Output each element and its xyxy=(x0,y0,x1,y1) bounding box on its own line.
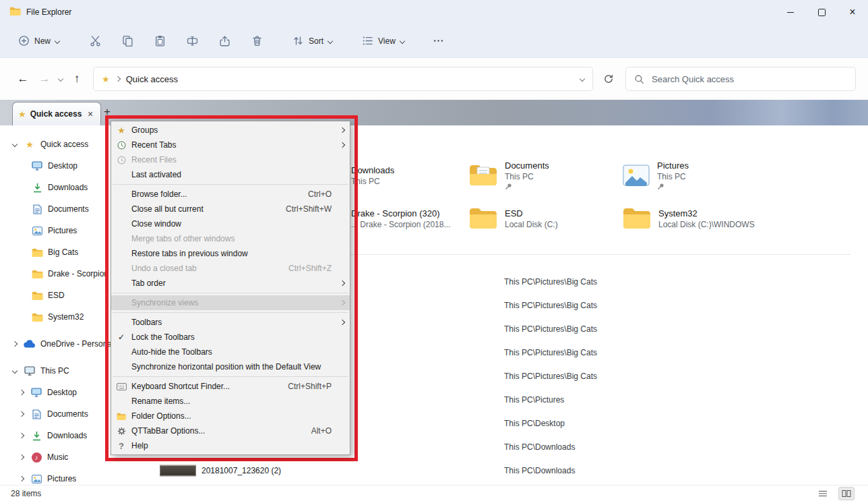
recent-locations-button[interactable] xyxy=(55,67,66,91)
menu-item-rename-items[interactable]: Rename items... xyxy=(111,394,350,409)
view-button[interactable]: View xyxy=(356,30,410,51)
folder-icon xyxy=(31,270,43,278)
tile-pictures[interactable]: Pictures This PC xyxy=(623,155,771,196)
back-button[interactable]: ← xyxy=(12,67,34,91)
submenu-arrow-icon xyxy=(340,127,345,133)
sort-button-label: Sort xyxy=(309,36,323,46)
menu-item-toolbars[interactable]: Toolbars xyxy=(111,315,350,330)
expand-chevron-icon[interactable] xyxy=(12,368,18,374)
menu-item-recent-tabs[interactable]: Recent Tabs xyxy=(111,138,350,152)
breadcrumb-location[interactable]: Quick access xyxy=(126,74,178,84)
delete-button[interactable] xyxy=(243,30,270,53)
menu-item-last-activated[interactable]: Last activated xyxy=(111,167,350,182)
status-bar: 28 items xyxy=(0,485,868,501)
menu-item-close-all-but-current[interactable]: Close all but current Ctrl+Shift+W xyxy=(111,202,350,216)
tile-esd[interactable]: ESD Local Disk (C:) xyxy=(469,198,617,239)
menu-item-autohide-toolbars[interactable]: Auto-hide the Toolbars xyxy=(111,345,350,359)
menu-item-merge-tabs: Merge tabs of other windows xyxy=(111,231,350,246)
checkmark-icon: ✓ xyxy=(118,332,125,342)
close-button[interactable]: × xyxy=(837,0,868,24)
copy-button[interactable] xyxy=(114,30,141,53)
refresh-button[interactable] xyxy=(597,67,620,91)
desktop-icon xyxy=(31,161,43,171)
collapse-chevron-icon[interactable] xyxy=(19,454,24,460)
search-box xyxy=(625,67,856,91)
close-icon: × xyxy=(849,7,855,18)
window-controls: × xyxy=(775,0,868,24)
collapse-chevron-icon[interactable] xyxy=(19,390,24,395)
sidebar-item-thispc-pictures[interactable]: Pictures xyxy=(0,468,128,485)
tile-system32[interactable]: System32 Local Disk (C:)\WINDOWS xyxy=(623,198,771,239)
menu-item-browse-folder[interactable]: Browse folder... Ctrl+O xyxy=(111,187,350,202)
address-row: ← → ↑ ★ Quick access xyxy=(0,58,868,100)
document-icon xyxy=(31,204,43,214)
collapse-chevron-icon[interactable] xyxy=(19,433,24,438)
tab-close-icon[interactable]: × xyxy=(86,109,95,119)
new-button[interactable]: New xyxy=(12,30,65,51)
item-count: 28 items xyxy=(11,489,41,498)
chevron-down-icon xyxy=(55,38,60,43)
history-clock-icon xyxy=(117,141,126,150)
collapse-chevron-icon[interactable] xyxy=(19,411,24,417)
collapse-chevron-icon[interactable] xyxy=(19,476,24,481)
file-explorer-window: File Explorer × New xyxy=(0,0,868,501)
menu-separator xyxy=(113,184,348,185)
search-icon xyxy=(634,74,644,84)
sort-button[interactable]: Sort xyxy=(286,30,338,51)
menu-item-sync-horizontal[interactable]: Synchronize horizontal position with the… xyxy=(111,359,350,374)
menu-item-tab-order[interactable]: Tab order xyxy=(111,276,350,291)
collapse-chevron-icon[interactable] xyxy=(12,341,18,347)
gear-icon xyxy=(117,427,126,436)
quick-access-star-icon: ★ xyxy=(18,110,26,119)
chevron-down-icon xyxy=(328,38,333,43)
menu-item-restore-tabs[interactable]: Restore tabs in previous window xyxy=(111,246,350,261)
rename-button[interactable] xyxy=(179,30,206,53)
tab-quick-access[interactable]: ★ Quick access × xyxy=(12,102,101,125)
menu-item-qttabbar-options[interactable]: QTTabBar Options... Alt+O xyxy=(111,423,350,438)
address-bar[interactable]: ★ Quick access xyxy=(93,67,593,91)
minimize-button[interactable] xyxy=(775,0,806,24)
recent-file-row[interactable]: 20181007_123620 (2) This PC\Downloads xyxy=(128,459,868,482)
cut-button[interactable] xyxy=(82,30,108,53)
menu-item-folder-options[interactable]: Folder Options... xyxy=(111,409,350,423)
share-button[interactable] xyxy=(211,30,238,53)
more-options-button[interactable] xyxy=(425,30,452,53)
keyboard-icon xyxy=(117,383,127,390)
star-icon: ★ xyxy=(117,126,125,135)
details-view-toggle[interactable] xyxy=(815,488,830,500)
expand-chevron-icon[interactable] xyxy=(12,142,18,147)
help-icon: ? xyxy=(119,441,124,451)
menu-item-groups[interactable]: ★ Groups xyxy=(111,123,350,138)
desktop-icon xyxy=(30,388,42,397)
maximize-button[interactable] xyxy=(806,0,837,24)
up-button[interactable]: ↑ xyxy=(66,67,88,91)
tab-label: Quick access xyxy=(30,109,82,119)
folder-options-icon xyxy=(117,413,126,420)
menu-item-lock-toolbars[interactable]: ✓ Lock the Toolbars xyxy=(111,330,350,345)
menu-item-close-window[interactable]: Close window xyxy=(111,216,350,231)
command-toolbar: New Sort View xyxy=(0,24,868,58)
photo-thumbnail xyxy=(160,465,196,476)
menu-item-help[interactable]: ? Help xyxy=(111,438,350,453)
view-icon xyxy=(362,35,373,47)
pictures-icon xyxy=(31,227,43,235)
submenu-arrow-icon xyxy=(340,300,345,305)
folder-icon xyxy=(31,248,43,257)
paste-button[interactable] xyxy=(146,30,173,53)
quick-access-star-icon: ★ xyxy=(24,140,36,149)
thumbnail-view-toggle[interactable] xyxy=(838,487,855,500)
search-input[interactable] xyxy=(650,73,847,85)
menu-item-undo-closed-tab: Undo a closed tab Ctrl+Shift+Z xyxy=(111,261,350,276)
menu-separator xyxy=(113,376,348,377)
paste-icon xyxy=(154,35,166,47)
tile-documents[interactable]: Documents This PC xyxy=(469,155,617,196)
menu-item-synchronize-views: Synchronize views xyxy=(111,295,350,310)
folder-icon xyxy=(31,313,43,322)
menu-separator xyxy=(113,312,348,313)
forward-button[interactable]: → xyxy=(34,67,55,91)
folder-icon xyxy=(623,208,651,229)
pictures-icon xyxy=(623,165,650,186)
address-dropdown-icon[interactable] xyxy=(580,76,585,82)
pictures-icon xyxy=(30,475,42,483)
menu-item-keyboard-shortcut-finder[interactable]: Keyboard Shortcut Finder... Ctrl+Shift+P xyxy=(111,379,350,394)
